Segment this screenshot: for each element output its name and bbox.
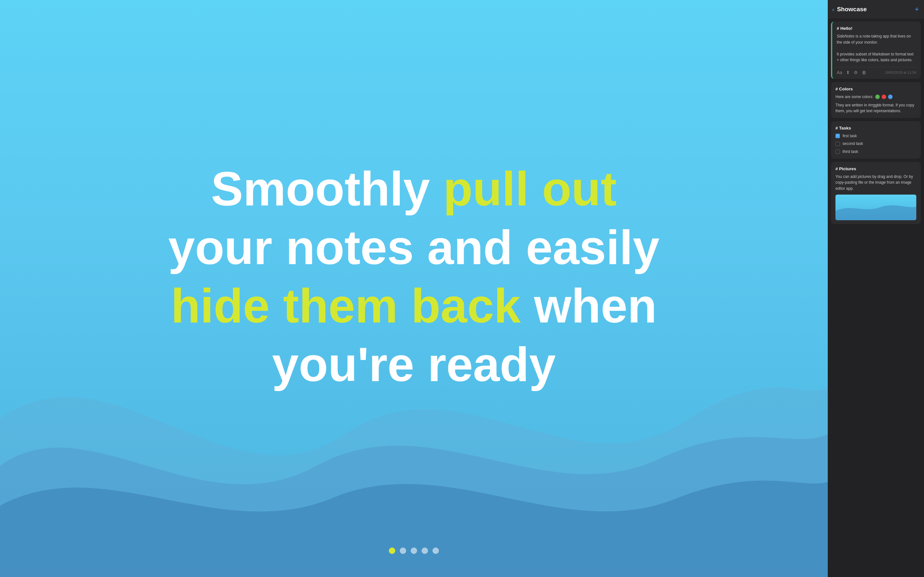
- task-label-1: first task: [843, 133, 857, 139]
- note-body-tasks: ✓ first task second task third task: [835, 133, 916, 155]
- color-red: [882, 95, 886, 99]
- task-item-1: ✓ first task: [835, 133, 916, 139]
- colors-description: They are written in #rrggbb format. If y…: [835, 103, 914, 113]
- hero-accent2: hide them back: [171, 279, 521, 333]
- task-item-3: third task: [835, 149, 916, 155]
- note-title-colors: # Colors: [835, 87, 916, 91]
- back-button[interactable]: ‹: [832, 6, 835, 13]
- task-label-2: second task: [843, 141, 863, 147]
- note-body-hello: SideNotes is a note-taking app that live…: [837, 33, 916, 63]
- hero-text: Smoothly pull out your notes and easily …: [91, 160, 737, 394]
- color-green: [875, 95, 880, 99]
- hero-heading: Smoothly pull out your notes and easily …: [91, 160, 737, 394]
- hero-line2: your notes and easily: [168, 221, 659, 274]
- dot-4[interactable]: [422, 548, 428, 554]
- dot-3[interactable]: [411, 548, 417, 554]
- trash-icon[interactable]: 🗑: [862, 70, 866, 75]
- dot-1[interactable]: [389, 548, 395, 554]
- task-checkbox-1[interactable]: ✓: [835, 134, 840, 138]
- font-icon[interactable]: Aa: [837, 70, 842, 75]
- note-card-tasks[interactable]: # Tasks ✓ first task second task third t…: [831, 121, 921, 159]
- task-label-3: third task: [843, 149, 858, 155]
- picture-preview: [835, 195, 916, 220]
- task-checkbox-2[interactable]: [835, 142, 840, 146]
- add-note-button[interactable]: +: [915, 6, 919, 13]
- note-timestamp: 18/05/2019 at 11:54: [885, 71, 916, 74]
- hero-accent1: pull out: [443, 162, 617, 216]
- note-actions: Aa ⬆ ⚙ 🗑: [837, 70, 866, 75]
- note-body-pictures: You can add pictures by drag and drop. O…: [835, 174, 916, 221]
- settings-icon[interactable]: ⚙: [854, 70, 858, 75]
- note-card-colors[interactable]: # Colors Here are some colors: They are …: [831, 82, 921, 118]
- hero-line3: when: [521, 279, 657, 333]
- dots-row: [389, 548, 439, 554]
- note-title-pictures: # Pictures: [835, 166, 916, 171]
- sidebar: ‹ Showcase + # Hello! SideNotes is a not…: [828, 0, 924, 577]
- hero-line1: Smoothly: [211, 162, 443, 216]
- task-item-2: second task: [835, 141, 916, 147]
- main-area: Smoothly pull out your notes and easily …: [0, 0, 828, 577]
- note-body-line1: SideNotes is a note-taking app that live…: [837, 34, 911, 45]
- sidebar-header-left: ‹ Showcase: [832, 6, 867, 13]
- sidebar-header: ‹ Showcase +: [828, 0, 924, 18]
- note-card-hello[interactable]: # Hello! SideNotes is a note-taking app …: [831, 21, 921, 79]
- hero-line4: you're ready: [272, 338, 556, 392]
- pictures-description: You can add pictures by drag and drop. O…: [835, 174, 913, 191]
- note-title-hello: # Hello!: [837, 26, 916, 31]
- notes-list: # Hello! SideNotes is a note-taking app …: [828, 18, 924, 577]
- note-footer-hello: Aa ⬆ ⚙ 🗑 18/05/2019 at 11:54: [837, 67, 916, 75]
- colors-intro-label: Here are some colors:: [835, 94, 873, 100]
- sidebar-title: Showcase: [837, 6, 867, 13]
- task-checkbox-3[interactable]: [835, 149, 840, 154]
- note-body-line2: It provides subset of Markdown to format…: [837, 52, 913, 63]
- note-body-colors: Here are some colors: They are written i…: [835, 94, 916, 114]
- note-card-pictures[interactable]: # Pictures You can add pictures by drag …: [831, 162, 921, 224]
- share-icon[interactable]: ⬆: [846, 70, 850, 75]
- dot-2[interactable]: [400, 548, 406, 554]
- dot-5[interactable]: [433, 548, 439, 554]
- color-blue: [888, 95, 893, 99]
- note-title-tasks: # Tasks: [835, 126, 916, 131]
